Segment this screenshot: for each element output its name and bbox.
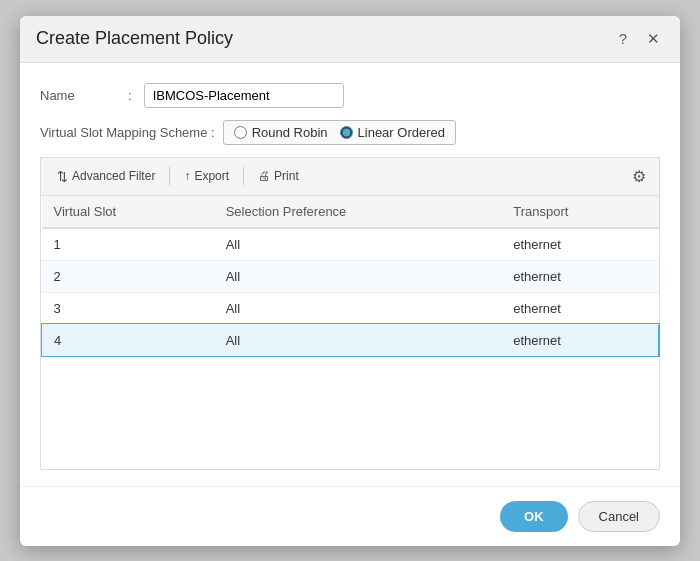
divider-2 <box>243 167 244 185</box>
divider-1 <box>169 167 170 185</box>
export-label: Export <box>194 169 229 183</box>
ok-button[interactable]: OK <box>500 501 568 532</box>
scheme-label: Virtual Slot Mapping Scheme : <box>40 125 215 140</box>
dialog-header: Create Placement Policy ? ✕ <box>20 16 680 63</box>
print-button[interactable]: 🖨 Print <box>252 166 305 186</box>
cell-preference: All <box>214 292 502 324</box>
cell-transport: ethernet <box>501 228 658 261</box>
settings-button[interactable]: ⚙ <box>629 164 649 189</box>
name-input[interactable] <box>144 83 344 108</box>
filter-icon: ⇅ <box>57 169 68 184</box>
dialog-body: Name : Virtual Slot Mapping Scheme : Rou… <box>20 63 680 486</box>
dialog-footer: OK Cancel <box>20 486 680 546</box>
table-row[interactable]: 4Allethernet <box>42 324 659 356</box>
gear-icon: ⚙ <box>632 167 646 186</box>
table-row[interactable]: 1Allethernet <box>42 228 659 261</box>
cell-preference: All <box>214 260 502 292</box>
cell-preference: All <box>214 228 502 261</box>
linear-ordered-label: Linear Ordered <box>358 125 445 140</box>
close-button[interactable]: ✕ <box>642 28 664 50</box>
table-container: Virtual Slot Selection Preference Transp… <box>40 195 660 470</box>
cell-transport: ethernet <box>501 292 658 324</box>
print-label: Print <box>274 169 299 183</box>
table-row[interactable]: 2Allethernet <box>42 260 659 292</box>
round-robin-radio[interactable] <box>234 126 247 139</box>
export-button[interactable]: ↑ Export <box>178 166 235 186</box>
name-colon: : <box>128 88 132 103</box>
print-icon: 🖨 <box>258 169 270 183</box>
table-body: 1Allethernet2Allethernet3Allethernet4All… <box>42 228 659 357</box>
linear-ordered-option[interactable]: Linear Ordered <box>340 125 445 140</box>
table-header-row: Virtual Slot Selection Preference Transp… <box>42 196 659 228</box>
cell-transport: ethernet <box>501 324 658 356</box>
table-section: ⇅ Advanced Filter ↑ Export 🖨 Print ⚙ <box>40 157 660 470</box>
cell-slot: 1 <box>42 228 214 261</box>
placement-table: Virtual Slot Selection Preference Transp… <box>41 196 659 357</box>
cell-transport: ethernet <box>501 260 658 292</box>
header-actions: ? ✕ <box>612 28 664 50</box>
col-header-slot: Virtual Slot <box>42 196 214 228</box>
col-header-preference: Selection Preference <box>214 196 502 228</box>
advanced-filter-button[interactable]: ⇅ Advanced Filter <box>51 166 161 187</box>
help-button[interactable]: ? <box>612 28 634 50</box>
round-robin-label: Round Robin <box>252 125 328 140</box>
name-row: Name : <box>40 83 660 108</box>
advanced-filter-label: Advanced Filter <box>72 169 155 183</box>
name-label: Name <box>40 88 120 103</box>
cell-slot: 2 <box>42 260 214 292</box>
col-header-transport: Transport <box>501 196 658 228</box>
round-robin-option[interactable]: Round Robin <box>234 125 328 140</box>
cell-slot: 4 <box>42 324 214 356</box>
dialog-title: Create Placement Policy <box>36 28 233 49</box>
cell-slot: 3 <box>42 292 214 324</box>
scheme-radio-group: Round Robin Linear Ordered <box>223 120 456 145</box>
cell-preference: All <box>214 324 502 356</box>
scheme-row: Virtual Slot Mapping Scheme : Round Robi… <box>40 120 660 145</box>
toolbar: ⇅ Advanced Filter ↑ Export 🖨 Print ⚙ <box>40 157 660 195</box>
create-placement-policy-dialog: Create Placement Policy ? ✕ Name : Virtu… <box>20 16 680 546</box>
cancel-button[interactable]: Cancel <box>578 501 660 532</box>
export-icon: ↑ <box>184 169 190 183</box>
linear-ordered-radio[interactable] <box>340 126 353 139</box>
table-row[interactable]: 3Allethernet <box>42 292 659 324</box>
